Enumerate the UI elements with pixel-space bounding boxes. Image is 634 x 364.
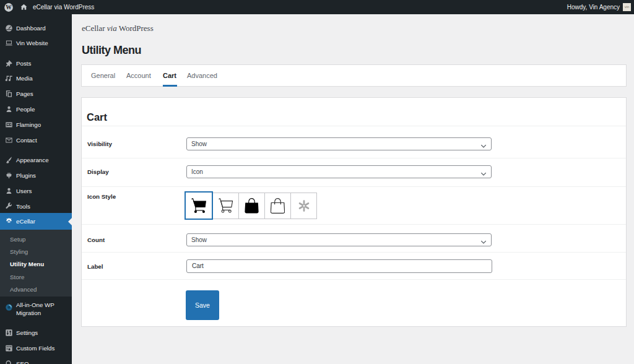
svg-text:W: W	[6, 4, 12, 11]
